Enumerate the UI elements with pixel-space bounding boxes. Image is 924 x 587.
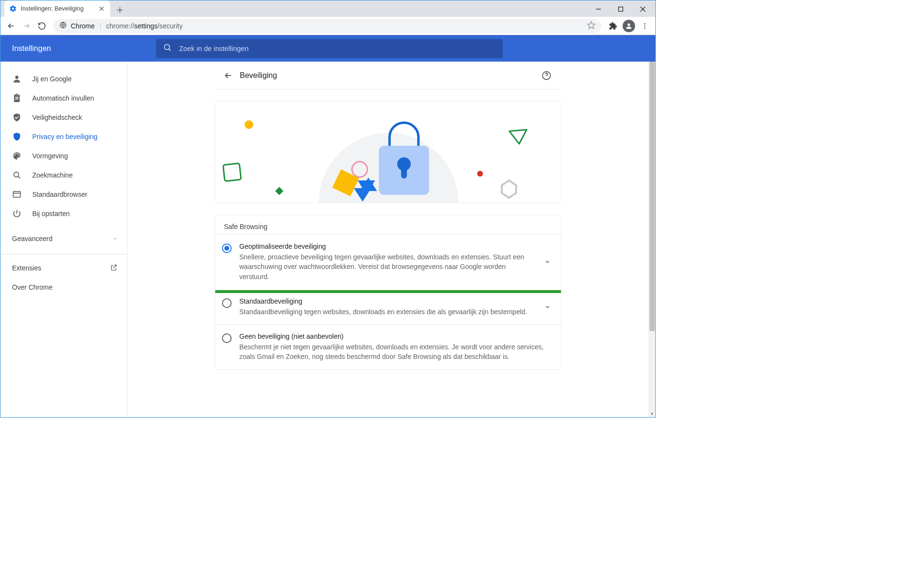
svg-rect-20 xyxy=(13,191,21,197)
page-title: Beveiliging xyxy=(240,71,277,80)
browser-tab[interactable]: Instellingen: Beveiliging xyxy=(4,0,110,17)
svg-rect-34 xyxy=(223,163,241,181)
scrollbar[interactable]: ▾ xyxy=(649,62,655,417)
window-icon xyxy=(12,190,22,199)
expand-button[interactable] xyxy=(540,254,555,269)
svg-point-33 xyxy=(245,120,253,129)
omnibox-label: Chrome xyxy=(71,22,95,30)
sidebar-item-appearance[interactable]: Vormgeving xyxy=(0,146,127,166)
window-minimize-button[interactable] xyxy=(588,2,609,16)
chrome-menu-button[interactable] xyxy=(637,18,652,34)
profile-avatar-button[interactable] xyxy=(623,20,635,32)
scroll-down-arrow[interactable]: ▾ xyxy=(649,410,655,417)
nav-reload-button[interactable] xyxy=(34,18,50,34)
svg-marker-37 xyxy=(502,180,516,198)
tab-title: Instellingen: Beveiliging xyxy=(21,5,84,12)
scrollbar-thumb[interactable] xyxy=(650,62,655,331)
svg-point-13 xyxy=(644,25,646,26)
extensions-button[interactable] xyxy=(605,18,621,34)
option-description: Beschermt je niet tegen gevaarlijke webs… xyxy=(239,342,555,362)
sidebar-advanced-toggle[interactable]: Geavanceerd xyxy=(0,227,127,250)
illustration-card xyxy=(215,101,561,203)
tab-close-button[interactable] xyxy=(98,5,105,13)
option-title: Geen beveiliging (niet aanbevolen) xyxy=(239,332,555,340)
omnibox-url: chrome://settings/security xyxy=(106,22,182,30)
svg-marker-10 xyxy=(588,22,595,29)
nav-forward-button[interactable] xyxy=(19,18,34,34)
option-description: Snellere, proactieve beveiliging tegen g… xyxy=(239,252,536,281)
svg-rect-25 xyxy=(401,166,407,179)
nav-back-button[interactable] xyxy=(3,18,19,34)
power-icon xyxy=(12,209,22,218)
svg-point-18 xyxy=(14,172,19,177)
magnifier-icon xyxy=(12,170,22,180)
option-no-protection[interactable]: Geen beveiliging (niet aanbevolen) Besch… xyxy=(215,324,561,370)
security-illustration xyxy=(215,102,561,203)
svg-rect-1 xyxy=(619,7,623,12)
clipboard-icon xyxy=(12,93,22,103)
window-close-button[interactable] xyxy=(632,2,653,16)
sidebar-about-chrome[interactable]: Over Chrome xyxy=(0,278,127,297)
svg-line-19 xyxy=(18,177,20,179)
settings-search[interactable] xyxy=(156,39,503,58)
person-icon xyxy=(12,74,22,84)
sidebar-item-safety-check[interactable]: Veiligheidscheck xyxy=(0,108,127,127)
sidebar-item-privacy-security[interactable]: Privacy en beveiliging xyxy=(0,127,127,146)
radio-enhanced[interactable] xyxy=(222,243,232,253)
sidebar-item-default-browser[interactable]: Standaardbrowser xyxy=(0,185,127,204)
safe-browsing-card: Safe Browsing Geoptimaliseerde beveiligi… xyxy=(215,215,561,370)
sidebar-extensions-link[interactable]: Extensies xyxy=(0,258,127,278)
settings-title: Instellingen xyxy=(12,44,51,53)
svg-rect-32 xyxy=(275,187,284,195)
settings-sidebar: Jij en Google Automatisch invullen Veili… xyxy=(0,62,128,417)
option-description: Standaardbeveiliging tegen websites, dow… xyxy=(239,307,536,317)
svg-point-11 xyxy=(627,23,630,26)
external-link-icon xyxy=(110,264,117,273)
svg-point-17 xyxy=(15,76,19,79)
option-title: Standaardbeveiliging xyxy=(239,297,536,305)
palette-icon xyxy=(12,151,22,161)
bookmark-star-icon[interactable] xyxy=(587,21,596,31)
svg-point-36 xyxy=(477,171,483,177)
option-enhanced-protection[interactable]: Geoptimaliseerde beveiliging Snellere, p… xyxy=(215,234,561,289)
tab-strip: Instellingen: Beveiliging xyxy=(0,0,655,17)
window-controls xyxy=(588,2,653,16)
settings-content: Beveiliging xyxy=(128,62,649,417)
chevron-down-icon xyxy=(113,235,117,242)
sidebar-item-you-and-google[interactable]: Jij en Google xyxy=(0,69,127,89)
address-bar[interactable]: Chrome | chrome://settings/security xyxy=(53,19,601,33)
svg-point-14 xyxy=(644,27,646,29)
new-tab-button[interactable] xyxy=(113,3,127,17)
settings-search-input[interactable] xyxy=(179,45,496,52)
sidebar-item-autofill[interactable]: Automatisch invullen xyxy=(0,89,127,108)
search-icon xyxy=(163,43,172,54)
help-button[interactable] xyxy=(541,70,552,81)
site-info-icon[interactable] xyxy=(59,21,67,30)
svg-point-15 xyxy=(164,44,169,50)
radio-none[interactable] xyxy=(222,333,232,343)
sidebar-item-on-startup[interactable]: Bij opstarten xyxy=(0,204,127,223)
window-maximize-button[interactable] xyxy=(610,2,631,16)
settings-header: Instellingen xyxy=(0,35,655,62)
page-header: Beveiliging xyxy=(215,62,561,89)
page-back-button[interactable] xyxy=(220,67,237,84)
svg-point-12 xyxy=(644,23,646,25)
browser-toolbar: Chrome | chrome://settings/security xyxy=(0,17,655,35)
settings-gear-icon xyxy=(9,5,17,13)
section-title: Safe Browsing xyxy=(215,215,561,234)
option-title: Geoptimaliseerde beveiliging xyxy=(239,242,536,250)
shield-check-icon xyxy=(12,113,22,122)
radio-standard[interactable] xyxy=(222,298,232,308)
option-standard-protection[interactable]: Standaardbeveiliging Standaardbeveiligin… xyxy=(215,289,561,324)
shield-icon xyxy=(12,132,22,141)
svg-marker-35 xyxy=(509,129,528,144)
expand-button[interactable] xyxy=(540,299,555,315)
svg-line-16 xyxy=(169,49,171,51)
sidebar-item-search-engine[interactable]: Zoekmachine xyxy=(0,166,127,185)
